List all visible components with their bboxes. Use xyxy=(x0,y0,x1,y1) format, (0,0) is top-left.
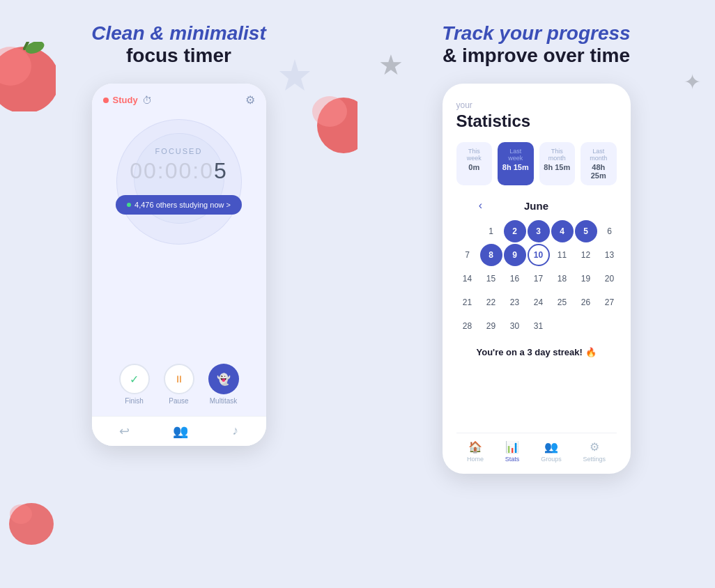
pause-action: ⏸ Pause xyxy=(164,364,194,405)
left-title-normal: focus timer xyxy=(91,45,266,67)
right-panel: ★ ✦ Track your progress & improve over t… xyxy=(358,0,715,588)
stat-value-this-month: 8h 15m xyxy=(544,163,571,171)
stat-period-last-week: Last week xyxy=(502,148,530,162)
gear-icon: ⚙ xyxy=(245,93,255,107)
others-btn-text: 4,476 others studying now > xyxy=(134,201,231,209)
left-title-italic: Clean & minimalist xyxy=(91,22,266,44)
calendar-grid: 1234567891011121314151617181920212223242… xyxy=(456,220,617,337)
left-panel-title: Clean & minimalist focus timer xyxy=(91,22,266,67)
phone-header: Study ⏱ ⚙ xyxy=(92,84,266,112)
footer-item-settings[interactable]: ⚙Settings xyxy=(583,440,606,463)
stat-period-this-month: This month xyxy=(544,148,571,162)
footer-item-home[interactable]: 🏠Home xyxy=(467,440,484,463)
deco-star-left: ★ xyxy=(378,49,403,81)
stat-last-month: Last month 48h 25m xyxy=(581,142,617,185)
calendar-day[interactable]: 22 xyxy=(480,291,502,314)
calendar-day[interactable]: 10 xyxy=(528,244,550,266)
app-container: Clean & minimalist focus timer Study ⏱ ⚙… xyxy=(0,0,715,588)
ghost-icon: 👻 xyxy=(217,373,231,386)
calendar-day[interactable]: 20 xyxy=(599,268,621,290)
right-title-normal: & improve over time xyxy=(442,45,630,67)
stat-period-last-month: Last month xyxy=(585,148,613,162)
calendar-day[interactable]: 7 xyxy=(456,244,479,266)
svg-point-7 xyxy=(10,504,32,524)
calendar-day[interactable]: 6 xyxy=(599,220,621,242)
phone-actions: ✓ Finish ⏸ Pause 👻 Multita xyxy=(119,364,239,405)
stat-last-week: Last week 8h 15m xyxy=(498,142,534,185)
stat-period-this-week: This week xyxy=(461,148,489,162)
calendar-day[interactable]: 14 xyxy=(456,268,479,290)
finish-label: Finish xyxy=(125,397,144,405)
calendar-day[interactable]: 8 xyxy=(480,244,502,266)
calendar-day[interactable]: 15 xyxy=(480,268,502,290)
streak-text: You're on a 3 day streak! 🔥 xyxy=(456,347,617,357)
calendar-day[interactable]: 9 xyxy=(504,244,526,266)
pause-button[interactable]: ⏸ xyxy=(164,364,194,394)
footer-icon-settings: ⚙ xyxy=(590,440,599,454)
finish-button[interactable]: ✓ xyxy=(119,364,150,394)
footer-label-settings: Settings xyxy=(583,456,606,463)
stat-this-month: This month 8h 15m xyxy=(539,142,576,185)
calendar-day[interactable]: 16 xyxy=(504,268,526,290)
calendar-day[interactable]: 27 xyxy=(599,291,621,314)
others-studying-button[interactable]: 4,476 others studying now > xyxy=(116,195,242,215)
phone-footer: ↩ 👥 ♪ xyxy=(92,416,266,446)
calendar-day[interactable]: 28 xyxy=(456,315,479,337)
stats-grid: This week 0m Last week 8h 15m This month… xyxy=(456,142,617,185)
stat-value-this-week: 0m xyxy=(461,163,489,171)
calendar-day[interactable]: 3 xyxy=(528,220,550,242)
calendar-day[interactable]: 26 xyxy=(575,291,597,314)
multitask-label: Multitask xyxy=(210,397,237,405)
calendar-day[interactable]: 4 xyxy=(551,220,574,242)
footer-item-stats[interactable]: 📊Stats xyxy=(505,440,520,463)
stat-value-last-week: 8h 15m xyxy=(502,163,530,171)
right-phone-mockup: your Statistics This week 0m Last week 8… xyxy=(443,84,631,474)
calendar-day[interactable]: 24 xyxy=(528,291,550,314)
calendar-prev-button[interactable]: ‹ xyxy=(479,199,482,212)
calendar-day[interactable]: 19 xyxy=(575,268,597,290)
calendar-day[interactable]: 2 xyxy=(504,220,526,242)
svg-point-5 xyxy=(312,96,347,127)
multitask-button[interactable]: 👻 xyxy=(208,364,239,394)
calendar-day[interactable]: 17 xyxy=(528,268,550,290)
footer-icon-groups: 👥 xyxy=(544,440,558,454)
check-icon: ✓ xyxy=(130,373,139,386)
right-panel-title: Track your progress & improve over time xyxy=(442,22,630,67)
group-icon[interactable]: 👥 xyxy=(173,424,188,439)
history-icon[interactable]: ↩ xyxy=(119,424,130,439)
timer-bold-digit: 5 xyxy=(214,158,228,183)
calendar-day[interactable]: 21 xyxy=(456,291,479,314)
calendar: ‹ June › 1234567891011121314151617181920… xyxy=(456,199,617,347)
timer-icon: ⏱ xyxy=(142,95,152,106)
calendar-day[interactable]: 29 xyxy=(480,315,502,337)
tomato-decoration-bottom xyxy=(7,497,56,546)
phone-header-left: Study ⏱ xyxy=(103,95,152,106)
stat-value-last-month: 48h 25m xyxy=(585,163,613,180)
tomato-decoration-right xyxy=(309,84,358,153)
stats-title: Statistics xyxy=(456,111,617,131)
calendar-day[interactable]: 12 xyxy=(575,244,597,266)
focused-label: FOCUSED xyxy=(155,147,203,155)
calendar-day[interactable]: 1 xyxy=(480,220,502,242)
finish-action: ✓ Finish xyxy=(119,364,150,405)
calendar-day[interactable]: 30 xyxy=(504,315,526,337)
stat-this-week: This week 0m xyxy=(456,142,493,185)
calendar-day xyxy=(456,220,479,242)
online-indicator xyxy=(127,203,131,207)
study-dot xyxy=(103,98,109,103)
music-icon[interactable]: ♪ xyxy=(232,424,238,439)
study-label: Study xyxy=(113,95,138,105)
multitask-action: 👻 Multitask xyxy=(208,364,239,405)
calendar-day[interactable]: 25 xyxy=(551,291,574,314)
calendar-day[interactable]: 31 xyxy=(528,315,550,337)
calendar-day[interactable]: 23 xyxy=(504,291,526,314)
calendar-day[interactable]: 11 xyxy=(551,244,574,266)
footer-item-groups[interactable]: 👥Groups xyxy=(541,440,562,463)
calendar-day[interactable]: 13 xyxy=(599,244,621,266)
phone-right-footer: 🏠Home📊Stats👥Groups⚙Settings xyxy=(456,433,617,463)
calendar-day[interactable]: 18 xyxy=(551,268,574,290)
deco-star-right: ✦ xyxy=(684,70,701,94)
stats-header: your Statistics xyxy=(456,100,617,142)
footer-icon-stats: 📊 xyxy=(505,440,519,454)
calendar-day[interactable]: 5 xyxy=(575,220,597,242)
